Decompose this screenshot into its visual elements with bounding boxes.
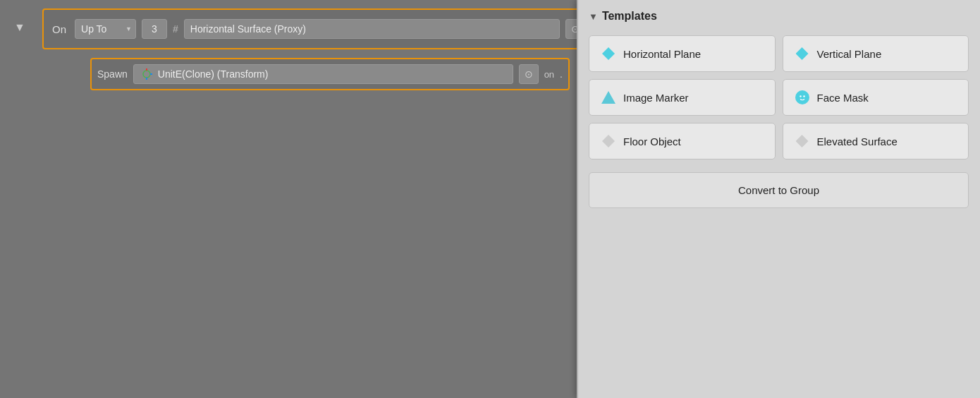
- templates-panel: ▼ Templates Horizontal Plane Vertical Pl…: [577, 0, 980, 398]
- template-elevated-surface-button[interactable]: Elevated Surface: [783, 123, 969, 159]
- spawn-object-name: UnitE(Clone) (Transform): [158, 68, 269, 80]
- top-row: On Up To Down To Exactly # Horizontal Su…: [42, 8, 592, 49]
- elevated-surface-icon: [795, 133, 810, 149]
- templates-grid: Horizontal Plane Vertical Plane Image Ma…: [577, 30, 980, 165]
- templates-header: ▼ Templates: [577, 0, 980, 30]
- template-image-marker-button[interactable]: Image Marker: [589, 79, 776, 116]
- convert-to-group-button[interactable]: Convert to Group: [589, 172, 969, 208]
- spawn-pick-button[interactable]: ⊙: [519, 64, 539, 84]
- spawn-row: Spawn UnitE(Clone) (Transform) ⊙ on .: [90, 58, 570, 90]
- template-face-mask-button[interactable]: Face Mask: [783, 79, 969, 116]
- object-field[interactable]: Horizontal Surface (Proxy): [184, 19, 560, 39]
- template-floor-object-button[interactable]: Floor Object: [589, 123, 776, 159]
- elevated-surface-label: Elevated Surface: [817, 135, 898, 147]
- face-mask-icon: [795, 90, 810, 105]
- hash-icon: #: [173, 23, 178, 35]
- floor-object-icon: [601, 133, 616, 149]
- face-mask-label: Face Mask: [817, 92, 869, 104]
- collapse-arrow-icon[interactable]: ▼: [14, 21, 25, 34]
- horizontal-plane-icon: [601, 46, 616, 61]
- spawn-dot: .: [560, 68, 563, 80]
- template-horizontal-plane-button[interactable]: Horizontal Plane: [589, 35, 776, 72]
- panel-separator: [577, 0, 578, 398]
- templates-arrow-icon: ▼: [589, 11, 598, 22]
- on-label: On: [49, 23, 69, 35]
- svg-point-4: [797, 92, 807, 102]
- vertical-plane-label: Vertical Plane: [817, 48, 882, 60]
- transform-icon: [140, 67, 154, 81]
- spawn-field[interactable]: UnitE(Clone) (Transform): [133, 64, 513, 84]
- template-vertical-plane-button[interactable]: Vertical Plane: [783, 35, 969, 72]
- svg-point-5: [800, 95, 801, 97]
- horizontal-plane-label: Horizontal Plane: [623, 48, 701, 60]
- upto-dropdown-wrap[interactable]: Up To Down To Exactly: [75, 19, 136, 39]
- svg-point-0: [143, 71, 150, 78]
- number-field[interactable]: [142, 19, 167, 39]
- image-marker-icon: [601, 90, 616, 105]
- floor-object-label: Floor Object: [623, 135, 681, 147]
- image-marker-label: Image Marker: [623, 92, 689, 104]
- spawn-label: Spawn: [97, 68, 128, 80]
- upto-dropdown[interactable]: Up To Down To Exactly: [75, 19, 136, 39]
- templates-title: Templates: [602, 10, 657, 23]
- svg-point-6: [803, 95, 804, 97]
- spawn-on-label: on: [544, 69, 554, 80]
- vertical-plane-icon: [795, 46, 810, 61]
